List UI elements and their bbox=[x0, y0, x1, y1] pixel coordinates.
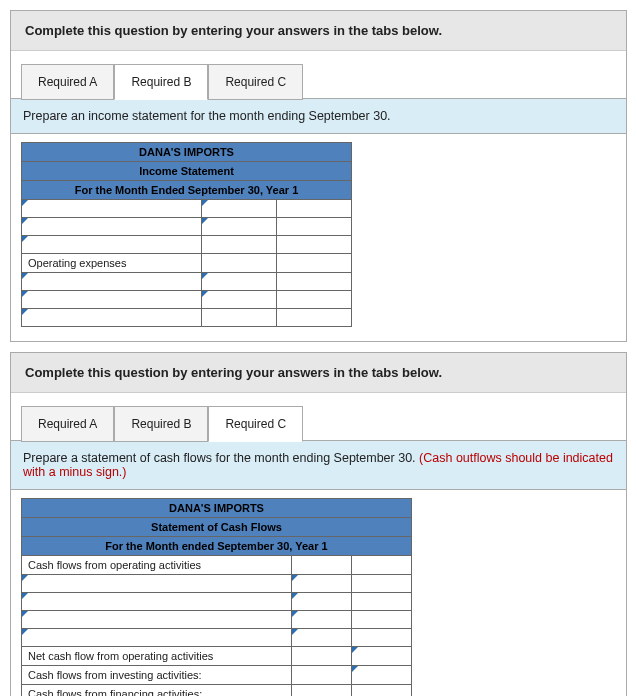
content-area: DANA'S IMPORTS Income Statement For the … bbox=[11, 134, 626, 341]
amount-input[interactable] bbox=[202, 218, 277, 236]
table-row: Cash flows from investing activities: bbox=[22, 666, 412, 685]
table-row bbox=[22, 291, 352, 309]
amount-input[interactable] bbox=[292, 647, 352, 666]
amount-input[interactable] bbox=[352, 647, 412, 666]
amount-input[interactable] bbox=[277, 273, 352, 291]
table-row bbox=[22, 629, 412, 647]
table-subtitle: Statement of Cash Flows bbox=[22, 518, 412, 537]
amount-input[interactable] bbox=[277, 309, 352, 327]
instruction-bar: Complete this question by entering your … bbox=[11, 11, 626, 51]
amount-input[interactable] bbox=[292, 593, 352, 611]
label-input[interactable] bbox=[22, 593, 292, 611]
table-row: Operating expenses bbox=[22, 254, 352, 273]
table-row: Cash flows from financing activities: bbox=[22, 685, 412, 697]
amount-input[interactable] bbox=[202, 254, 277, 273]
tab-required-b[interactable]: Required B bbox=[114, 64, 208, 100]
amount-input[interactable] bbox=[352, 593, 412, 611]
tabs-row: Required A Required B Required C bbox=[11, 51, 626, 99]
table-period: For the Month Ended September 30, Year 1 bbox=[22, 181, 352, 200]
table-row bbox=[22, 575, 412, 593]
amount-input[interactable] bbox=[277, 200, 352, 218]
table-row bbox=[22, 218, 352, 236]
amount-input[interactable] bbox=[292, 629, 352, 647]
amount-input[interactable] bbox=[352, 666, 412, 685]
amount-input[interactable] bbox=[292, 556, 352, 575]
label-input[interactable] bbox=[22, 218, 202, 236]
table-subtitle: Income Statement bbox=[22, 162, 352, 181]
amount-input[interactable] bbox=[202, 273, 277, 291]
table-period: For the Month ended September 30, Year 1 bbox=[22, 537, 412, 556]
table-row bbox=[22, 611, 412, 629]
table-row bbox=[22, 236, 352, 254]
tab-required-a[interactable]: Required A bbox=[21, 64, 114, 100]
cash-flows-table: DANA'S IMPORTS Statement of Cash Flows F… bbox=[21, 498, 412, 696]
amount-input[interactable] bbox=[292, 575, 352, 593]
tab-required-c[interactable]: Required C bbox=[208, 64, 303, 100]
tabs-row: Required A Required B Required C bbox=[11, 393, 626, 441]
label-input[interactable] bbox=[22, 291, 202, 309]
instruction-bar: Complete this question by entering your … bbox=[11, 353, 626, 393]
content-area: DANA'S IMPORTS Statement of Cash Flows F… bbox=[11, 490, 626, 696]
tab-required-a[interactable]: Required A bbox=[21, 406, 114, 442]
amount-input[interactable] bbox=[352, 575, 412, 593]
cf-investing-label: Cash flows from investing activities: bbox=[22, 666, 292, 685]
amount-input[interactable] bbox=[352, 611, 412, 629]
amount-input[interactable] bbox=[202, 236, 277, 254]
table-row bbox=[22, 200, 352, 218]
prompt-bar: Prepare an income statement for the mont… bbox=[11, 98, 626, 134]
tab-required-b[interactable]: Required B bbox=[114, 406, 208, 442]
amount-input[interactable] bbox=[277, 291, 352, 309]
label-input[interactable] bbox=[22, 629, 292, 647]
amount-input[interactable] bbox=[292, 666, 352, 685]
prompt-text: Prepare a statement of cash flows for th… bbox=[23, 451, 419, 465]
cf-financing-label: Cash flows from financing activities: bbox=[22, 685, 292, 697]
table-row bbox=[22, 593, 412, 611]
amount-input[interactable] bbox=[292, 685, 352, 697]
label-input[interactable] bbox=[22, 611, 292, 629]
section-required-b: Complete this question by entering your … bbox=[10, 10, 627, 342]
amount-input[interactable] bbox=[202, 200, 277, 218]
amount-input[interactable] bbox=[352, 629, 412, 647]
amount-input[interactable] bbox=[277, 254, 352, 273]
table-row bbox=[22, 309, 352, 327]
table-title: DANA'S IMPORTS bbox=[22, 499, 412, 518]
amount-input[interactable] bbox=[202, 309, 277, 327]
cf-operating-label: Cash flows from operating activities bbox=[22, 556, 292, 575]
amount-input[interactable] bbox=[352, 556, 412, 575]
prompt-bar: Prepare a statement of cash flows for th… bbox=[11, 440, 626, 490]
amount-input[interactable] bbox=[352, 685, 412, 697]
amount-input[interactable] bbox=[277, 236, 352, 254]
income-statement-table: DANA'S IMPORTS Income Statement For the … bbox=[21, 142, 352, 327]
amount-input[interactable] bbox=[202, 291, 277, 309]
operating-expenses-label: Operating expenses bbox=[22, 254, 202, 273]
table-row: Net cash flow from operating activities bbox=[22, 647, 412, 666]
label-input[interactable] bbox=[22, 273, 202, 291]
label-input[interactable] bbox=[22, 309, 202, 327]
amount-input[interactable] bbox=[277, 218, 352, 236]
section-required-c: Complete this question by entering your … bbox=[10, 352, 627, 696]
table-row: Cash flows from operating activities bbox=[22, 556, 412, 575]
tab-required-c[interactable]: Required C bbox=[208, 406, 303, 442]
table-row bbox=[22, 273, 352, 291]
net-cf-operating-label: Net cash flow from operating activities bbox=[22, 647, 292, 666]
label-input[interactable] bbox=[22, 236, 202, 254]
label-input[interactable] bbox=[22, 575, 292, 593]
amount-input[interactable] bbox=[292, 611, 352, 629]
table-title: DANA'S IMPORTS bbox=[22, 143, 352, 162]
label-input[interactable] bbox=[22, 200, 202, 218]
